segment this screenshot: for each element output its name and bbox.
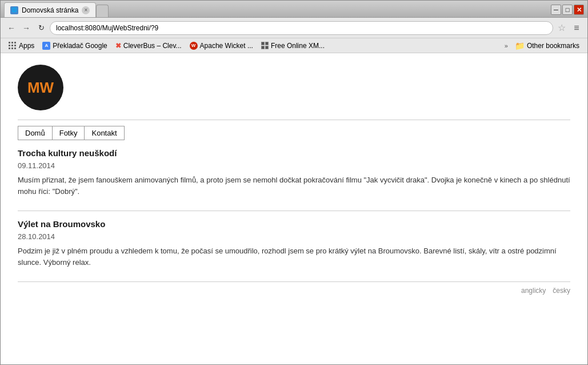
bookmark-cleverbus[interactable]: ✖ CleverBus – Clev... [112,41,185,51]
nav-item-kontakt[interactable]: Kontakt [84,126,124,140]
header-divider [18,120,570,120]
lang-czech-link[interactable]: česky [553,287,570,295]
address-bar[interactable] [50,21,553,35]
browser-window: 🌐 Domovská stránka × ─ □ ✕ ← → ↻ ☆ ≡ [0,0,588,365]
bookmark-freeonline[interactable]: Free Online XM... [258,41,328,51]
bookmarks-bar: Apps A Překladač Google ✖ CleverBus – Cl… [1,38,587,53]
freeonline-icon [261,42,269,49]
cleverbus-icon: ✖ [115,42,121,50]
tab-title: Domovská stránka [22,6,78,14]
forward-button[interactable]: → [20,22,33,34]
folder-icon: 📁 [515,41,525,50]
refresh-button[interactable]: ↻ [35,22,47,34]
other-bookmarks-button[interactable]: 📁 Other bookmarks [511,40,583,51]
tab-favicon: 🌐 [10,6,18,14]
bookmark-translate[interactable]: A Překladač Google [39,41,110,51]
nav-item-domu[interactable]: Domů [18,126,53,140]
apps-grid-icon [9,42,17,50]
article-1-title: Trocha kultury neuškodí [18,148,570,158]
article-1: Trocha kultury neuškodí 09.11.2014 Musím… [18,148,570,197]
article-2: Výlet na Broumovsko 28.10.2014 Podzim je… [18,219,570,268]
close-button[interactable]: ✕ [574,5,584,15]
navigation-bar: ← → ↻ ☆ ≡ [1,18,587,38]
footer-language-switcher: anglicky česky [18,281,570,295]
active-tab[interactable]: 🌐 Domovská stránka × [4,2,96,17]
window-controls: ─ □ ✕ [551,5,587,17]
article-1-date: 09.11.2014 [18,161,570,170]
more-bookmarks-button[interactable]: » [502,41,510,50]
other-bookmarks-label: Other bookmarks [527,42,579,50]
nav-item-fotky[interactable]: Fotky [52,126,85,140]
bookmark-star-button[interactable]: ☆ [555,22,568,34]
lang-english-link[interactable]: anglicky [521,287,546,295]
title-bar: 🌐 Domovská stránka × ─ □ ✕ [1,1,587,18]
freeonline-label: Free Online XM... [271,42,325,50]
article-2-date: 28.10.2014 [18,232,570,241]
apps-label: Apps [19,42,34,50]
article-2-text: Podzim je již v plném proudu a vzhledem … [18,245,570,268]
article-1-text: Musím přiznat, že jsem fanouškem animova… [18,174,570,197]
page-content: MW Domů Fotky Kontakt Trocha kultury neu… [1,53,587,364]
cleverbus-label: CleverBus – Clev... [123,42,182,50]
chrome-menu-button[interactable]: ≡ [570,22,583,34]
translate-icon: A [42,42,50,50]
article-divider-1 [18,211,570,211]
minimize-button[interactable]: ─ [551,5,561,15]
site-nav-menu: Domů Fotky Kontakt [18,126,570,140]
apache-label: Apache Wicket ... [200,42,253,50]
bookmark-apps[interactable]: Apps [5,41,38,51]
bookmark-apache[interactable]: W Apache Wicket ... [186,41,257,51]
inactive-tab[interactable] [96,5,109,17]
maximize-button[interactable]: □ [562,5,573,15]
tab-bar: 🌐 Domovská stránka × [1,2,551,17]
logo-text: MW [27,79,54,97]
translate-label: Překladač Google [53,42,107,50]
article-2-title: Výlet na Broumovsko [18,219,570,229]
site-logo: MW [18,65,63,110]
apache-icon: W [190,42,198,50]
tab-close-button[interactable]: × [82,6,90,14]
back-button[interactable]: ← [5,22,18,34]
